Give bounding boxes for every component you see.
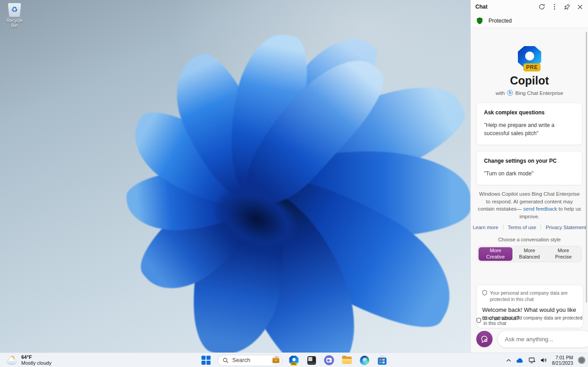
chat-teams-icon[interactable] <box>323 354 335 366</box>
recycle-bin-label: Recycle Bin <box>3 18 26 28</box>
start-button[interactable] <box>200 354 212 366</box>
learn-more-link[interactable]: Learn more <box>473 225 498 230</box>
weather-condition: Mostly cloudy <box>21 360 52 366</box>
desktop-app-icon[interactable] <box>306 354 318 366</box>
style-option-more-balanced[interactable]: More Balanced <box>512 247 546 261</box>
volume-icon[interactable] <box>541 358 547 363</box>
onedrive-icon[interactable] <box>516 358 524 363</box>
weather-icon <box>7 356 18 365</box>
chat-panel-header: Chat <box>471 0 588 14</box>
composer-area: Your personal and company data are prote… <box>471 312 588 353</box>
disclaimer-text: Windows Copilot uses Bing Chat Enterpris… <box>477 190 582 221</box>
tray-date: 8/21/2023 <box>552 360 573 366</box>
chat-scroll-area: PRE Copilot with b Bing Chat Enterprise … <box>471 28 588 353</box>
more-options-icon[interactable] <box>551 3 558 10</box>
divider <box>503 225 503 230</box>
protected-status-bar: Protected <box>471 14 588 28</box>
network-icon[interactable] <box>529 358 536 363</box>
close-icon[interactable] <box>576 3 583 10</box>
clock[interactable]: 7:01 PM 8/21/2023 <box>552 355 573 366</box>
notification-badge[interactable] <box>578 357 585 364</box>
hidden-icons-chevron[interactable] <box>506 359 511 362</box>
shield-outline-icon <box>476 318 481 323</box>
message-protection-note: Your personal and company data are prote… <box>490 290 578 302</box>
bing-icon: b <box>507 90 513 96</box>
chat-input[interactable] <box>497 330 588 348</box>
copilot-chat-panel: Chat Protected PRE <box>470 0 588 353</box>
search-icon <box>223 358 229 363</box>
suggestion-card-complex-questions[interactable]: Ask complex questions "Help me prepare a… <box>476 103 583 145</box>
conversation-style-toggle: More Creative More Balanced More Precise <box>477 246 582 262</box>
new-topic-button[interactable] <box>476 331 493 347</box>
suggestion-card-change-settings[interactable]: Change settings on your PC "Turn on dark… <box>476 151 583 185</box>
card-title: Change settings on your PC <box>484 158 575 164</box>
pin-icon[interactable] <box>564 3 571 10</box>
recycle-bin-icon: ♻ <box>8 3 21 17</box>
card-body: "Turn on dark mode" <box>484 169 575 178</box>
scrollbar[interactable] <box>586 32 587 303</box>
desktop-wallpaper: ♻ Recycle Bin <box>0 0 470 353</box>
shield-protected-icon <box>476 17 483 24</box>
privacy-statement-link[interactable]: Privacy Statement <box>545 225 586 230</box>
recycle-bin[interactable]: ♻ Recycle Bin <box>3 3 26 28</box>
copilot-title: Copilot <box>471 74 588 87</box>
copilot-taskbar-icon[interactable]: PRE <box>288 354 300 366</box>
refresh-icon[interactable] <box>538 3 545 10</box>
copilot-logo: PRE <box>518 46 541 68</box>
shield-outline-icon <box>482 290 487 302</box>
preview-badge: PRE <box>523 63 541 71</box>
taskbar: 64°F Mostly cloudy Search PRE <box>0 353 588 367</box>
card-title: Ask complex questions <box>484 109 575 116</box>
search-label: Search <box>232 357 268 363</box>
search-input[interactable]: Search <box>218 355 282 366</box>
windows-logo-icon <box>202 356 211 365</box>
conversation-style-label: Choose a conversation style <box>471 237 588 242</box>
copilot-subtitle: with b Bing Chat Enterprise <box>471 90 588 96</box>
weather-widget[interactable]: 64°F Mostly cloudy <box>5 353 54 367</box>
edge-icon[interactable] <box>359 354 370 366</box>
legal-links: Learn more Terms of use Privacy Statemen… <box>471 225 588 230</box>
weather-temp: 64°F <box>21 354 52 360</box>
style-option-more-creative[interactable]: More Creative <box>479 247 512 261</box>
divider <box>541 225 541 230</box>
protected-label: Protected <box>488 18 512 24</box>
style-option-more-precise[interactable]: More Precise <box>546 247 580 261</box>
bing-daily-icon <box>271 356 281 365</box>
file-explorer-icon[interactable] <box>341 354 353 366</box>
microsoft-store-icon[interactable] <box>376 354 388 366</box>
composer-protection-note: Your personal and company data are prote… <box>484 315 583 326</box>
chat-panel-title: Chat <box>475 4 538 10</box>
tray-time: 7:01 PM <box>552 355 573 360</box>
card-body: "Help me prepare and write a successful … <box>484 121 575 137</box>
send-feedback-link[interactable]: send feedback <box>523 206 557 212</box>
terms-of-use-link[interactable]: Terms of use <box>508 225 536 230</box>
